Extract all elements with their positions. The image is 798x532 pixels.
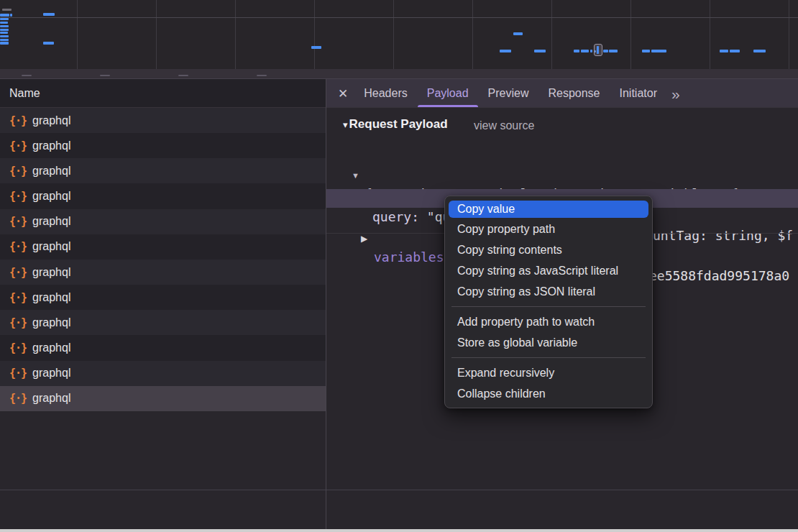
overview-time-ruler (0, 69, 798, 79)
network-request-row[interactable]: {·}graphql (0, 234, 326, 260)
tab-payload[interactable]: Payload (418, 79, 478, 108)
hovered-request-marker (594, 44, 602, 56)
waterfall-bar (603, 50, 608, 52)
network-request-row[interactable]: {·}graphql (0, 335, 326, 360)
bottom-divider (0, 490, 798, 490)
disclosure-right-icon[interactable]: ▶ (361, 229, 367, 248)
network-request-row[interactable]: {·}graphql (0, 158, 326, 183)
ruler-tick (100, 75, 110, 76)
menu-item-copy-value[interactable]: Copy value (449, 201, 648, 218)
close-icon[interactable]: ✕ (338, 86, 348, 101)
menu-item-collapse-children[interactable]: Collapse children (445, 383, 652, 404)
request-name: graphql (32, 190, 70, 203)
waterfall-bar (574, 50, 579, 52)
json-braces-icon: {·} (9, 291, 27, 304)
menu-item-copy-string-contents[interactable]: Copy string contents (445, 239, 652, 260)
waterfall-bar (311, 46, 321, 49)
waterfall-bar (720, 50, 728, 52)
json-braces-icon: {·} (9, 215, 27, 228)
section-disclosure-icon: ▾ (343, 119, 348, 130)
request-name: graphql (32, 215, 70, 228)
waterfall-bar (43, 42, 54, 45)
section-title: Request Payload (349, 117, 448, 132)
request-payload-section-header[interactable]: ▾ Request Payload (343, 117, 448, 132)
context-menu: Copy valueCopy property pathCopy string … (444, 196, 653, 408)
detail-tab-bar: ✕ HeadersPayloadPreviewResponseInitiator… (326, 79, 798, 108)
waterfall-bar (0, 39, 9, 41)
overview-gridline (393, 0, 394, 69)
waterfall-bar (0, 18, 9, 20)
tab-initiator[interactable]: Initiator (610, 79, 666, 108)
view-source-link[interactable]: view source (474, 119, 534, 132)
json-braces-icon: {·} (9, 341, 27, 354)
waterfall-bar (0, 32, 8, 34)
network-overview-timeline[interactable] (0, 0, 798, 79)
property-value-continuation: ee5588fdad995178a0 (649, 267, 789, 285)
network-request-row[interactable]: {·}graphql (0, 108, 326, 133)
json-braces-icon: {·} (9, 190, 27, 203)
request-name: graphql (32, 316, 70, 329)
window-bottom-edge (0, 529, 798, 532)
request-name: graphql (32, 392, 70, 405)
menu-item-copy-property-path[interactable]: Copy property path (445, 219, 652, 239)
network-request-row[interactable]: {·}graphql (0, 183, 326, 208)
tab-headers[interactable]: Headers (354, 79, 416, 108)
header-bottom-border (0, 107, 798, 108)
request-name: graphql (32, 165, 70, 178)
menu-item-copy-string-as-json-literal[interactable]: Copy string as JSON literal (445, 281, 652, 302)
overview-gridline (710, 0, 710, 69)
waterfall-bar (651, 50, 666, 52)
network-request-row[interactable]: {·}graphql (0, 361, 326, 386)
waterfall-bar (0, 29, 9, 31)
waterfall-bar (2, 9, 12, 11)
request-name: graphql (32, 266, 70, 279)
request-name: graphql (32, 367, 70, 380)
name-column-label: Name (9, 79, 326, 108)
request-name: graphql (32, 139, 70, 152)
network-request-row[interactable]: {·}graphql (0, 133, 326, 158)
json-braces-icon: {·} (9, 240, 27, 253)
network-request-row[interactable]: {·}graphql (0, 209, 326, 234)
overview-gridline (630, 0, 631, 69)
overview-gridline (551, 0, 552, 69)
waterfall-bar (500, 50, 511, 52)
tab-preview[interactable]: Preview (479, 79, 538, 108)
detail-tabs: HeadersPayloadPreviewResponseInitiator (354, 79, 666, 108)
json-braces-icon: {·} (9, 266, 27, 279)
waterfall-bar (10, 14, 12, 17)
waterfall-bar (753, 50, 766, 52)
network-request-row[interactable]: {·}graphql (0, 260, 326, 285)
overview-gridline (314, 0, 315, 69)
network-request-row[interactable]: {·}graphql (0, 285, 326, 310)
request-name: graphql (32, 240, 70, 253)
panel-splitter[interactable] (326, 79, 326, 529)
name-column-header[interactable]: Name (0, 79, 326, 108)
payload-root-row[interactable]: ▼ {operationName: "ipFlowTimeseries", va… (326, 147, 798, 166)
ruler-tick (22, 75, 32, 76)
menu-item-add-property-path-to-watch[interactable]: Add property path to watch (445, 311, 652, 332)
json-braces-icon: {·} (9, 316, 27, 329)
waterfall-bar (43, 13, 55, 16)
operation-name-row[interactable]: operationName: "ipFlowTimeseries" (326, 169, 798, 188)
menu-item-expand-recursively[interactable]: Expand recursively (445, 362, 652, 383)
waterfall-bar (534, 50, 546, 52)
property-key: variables (374, 248, 444, 267)
menu-separator (451, 357, 646, 358)
waterfall-bar (642, 50, 650, 52)
network-request-row[interactable]: {·}graphql (0, 386, 326, 411)
json-braces-icon: {·} (9, 165, 27, 178)
waterfall-bar (609, 50, 618, 52)
overview-gridline (77, 0, 78, 69)
waterfall-bar (730, 50, 740, 52)
network-request-row[interactable]: {·}graphql (0, 310, 326, 335)
menu-item-copy-string-as-javascript-literal[interactable]: Copy string as JavaScript literal (445, 260, 652, 281)
waterfall-bar (590, 50, 592, 52)
tab-response[interactable]: Response (538, 79, 609, 108)
waterfall-bar (0, 35, 9, 37)
menu-item-store-as-global-variable[interactable]: Store as global variable (445, 332, 652, 353)
waterfall-bar (0, 22, 8, 24)
request-name: graphql (32, 341, 70, 354)
hovered-request-bar (597, 46, 599, 54)
more-tabs-icon[interactable]: » (666, 86, 685, 101)
overview-gridline (156, 0, 157, 69)
